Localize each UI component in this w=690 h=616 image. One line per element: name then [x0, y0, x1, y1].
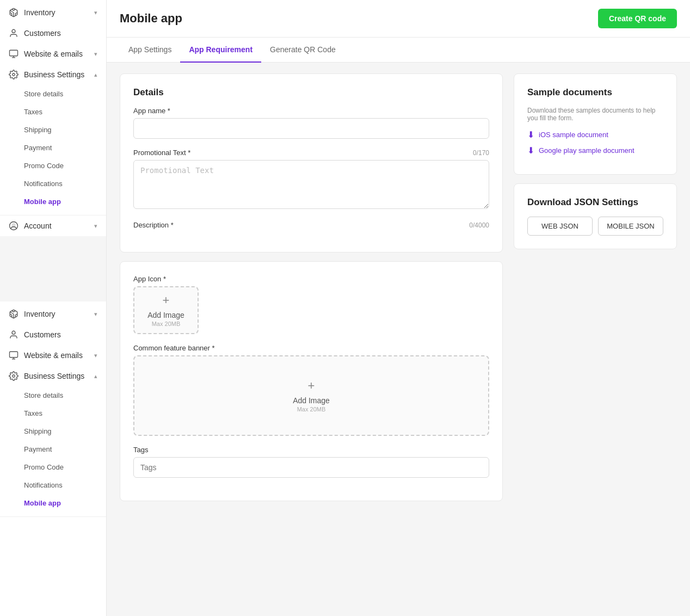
- sidebar-label-business-bot: Business Settings: [24, 372, 84, 380]
- svg-point-10: [12, 331, 15, 334]
- sidebar-item-promo-bot[interactable]: Promo Code: [0, 458, 106, 476]
- promo-text-input[interactable]: [133, 160, 489, 209]
- json-settings-title: Download JSON Settings: [527, 197, 663, 208]
- page-title: Mobile app: [120, 11, 182, 26]
- sidebar-item-notifications-top[interactable]: Notifications: [0, 175, 106, 193]
- sidebar-label-website-bot: Website & emails: [24, 351, 83, 360]
- sidebar-item-shipping-top[interactable]: Shipping: [0, 121, 106, 139]
- sidebar-item-website-bot[interactable]: Website & emails ▾: [0, 345, 106, 366]
- app-name-group: App name *: [133, 107, 489, 139]
- app-name-label: App name *: [133, 107, 170, 115]
- sidebar-label-inventory-top: Inventory: [24, 8, 56, 17]
- json-settings-card: Download JSON Settings WEB JSON MOBILE J…: [514, 183, 677, 249]
- sidebar-label-customers-top: Customers: [24, 29, 61, 38]
- sample-docs-title: Sample documents: [527, 87, 663, 98]
- download-icon-google: ⬇: [527, 145, 534, 156]
- app-name-input[interactable]: [133, 118, 489, 139]
- chevron-icon: ▾: [94, 9, 97, 16]
- details-title: Details: [133, 87, 489, 98]
- sidebar-item-account-top[interactable]: Account ▾: [0, 215, 106, 236]
- sidebar-item-payment-bot[interactable]: Payment: [0, 440, 106, 458]
- banner-max-size-label: Max 20MB: [297, 406, 326, 412]
- tab-app-requirement[interactable]: App Requirement: [180, 38, 261, 63]
- app-icon-group: App Icon * + Add Image Max 20MB: [133, 275, 489, 334]
- svg-point-14: [13, 375, 15, 378]
- sidebar-item-inventory-top[interactable]: Inventory ▾: [0, 2, 106, 23]
- banner-upload[interactable]: + Add Image Max 20MB: [133, 355, 489, 436]
- user-icon-bot: [9, 330, 19, 340]
- plus-icon: +: [163, 293, 170, 307]
- sidebar-item-business-bot[interactable]: Business Settings ▴: [0, 366, 106, 386]
- chevron-icon: ▴: [94, 71, 97, 78]
- description-group: Description * 0/4000: [133, 221, 489, 229]
- banner-add-image-label: Add Image: [293, 396, 330, 405]
- tags-group: Tags: [133, 446, 489, 478]
- banner-group: Common feature banner * + Add Image Max …: [133, 344, 489, 436]
- mobile-json-button[interactable]: MOBILE JSON: [598, 217, 663, 236]
- details-card: Details App name * Promotional Text * 0/…: [120, 73, 503, 252]
- promo-char-count: 0/170: [473, 149, 489, 157]
- tags-label: Tags: [133, 446, 148, 454]
- user-circle-icon: [9, 221, 19, 231]
- sidebar-item-shipping-bot[interactable]: Shipping: [0, 422, 106, 440]
- description-label: Description *: [133, 221, 174, 229]
- box-icon-bot: [9, 309, 19, 319]
- main-header: Mobile app Create QR code: [107, 0, 690, 38]
- app-icon-upload[interactable]: + Add Image Max 20MB: [133, 286, 199, 334]
- sidebar-item-store-top[interactable]: Store details: [0, 85, 106, 103]
- sidebar-item-website-top[interactable]: Website & emails ▾: [0, 44, 106, 64]
- chevron-icon: ▾: [94, 311, 97, 318]
- sidebar-label-customers-bot: Customers: [24, 330, 61, 339]
- chevron-icon: ▴: [94, 373, 97, 380]
- sidebar-label-website-top: Website & emails: [24, 50, 83, 58]
- svg-line-0: [10, 10, 14, 13]
- sidebar-item-customers-top[interactable]: Customers: [0, 23, 106, 44]
- google-doc-link[interactable]: ⬇ Google play sample document: [527, 145, 663, 156]
- json-buttons-group: WEB JSON MOBILE JSON: [527, 217, 663, 236]
- sidebar-item-inventory-bot[interactable]: Inventory ▾: [0, 304, 106, 324]
- plus-icon-banner: +: [308, 379, 315, 393]
- tags-input[interactable]: [133, 457, 489, 478]
- icon-banner-card: App Icon * + Add Image Max 20MB Common f…: [120, 261, 503, 501]
- svg-point-6: [13, 73, 15, 76]
- sidebar-item-mobile-top[interactable]: Mobile app: [0, 193, 106, 211]
- svg-rect-11: [10, 352, 18, 358]
- svg-point-2: [12, 29, 15, 33]
- sidebar-item-taxes-bot[interactable]: Taxes: [0, 404, 106, 422]
- tab-generate-qr[interactable]: Generate QR Code: [261, 38, 344, 63]
- tab-app-settings[interactable]: App Settings: [120, 38, 180, 63]
- chevron-icon: ▾: [94, 51, 97, 58]
- web-json-button[interactable]: WEB JSON: [527, 217, 593, 236]
- sidebar-label-account-top: Account: [24, 221, 52, 230]
- sample-docs-desc: Download these samples documents to help…: [527, 107, 663, 122]
- sidebar-item-mobile-bot[interactable]: Mobile app: [0, 494, 106, 512]
- description-char-count: 0/4000: [469, 221, 489, 229]
- promo-text-label: Promotional Text *: [133, 149, 190, 157]
- monitor-icon: [9, 49, 19, 59]
- box-icon: [9, 8, 19, 17]
- chevron-icon: ▾: [94, 352, 97, 359]
- sidebar-label-business-top: Business Settings: [24, 70, 84, 79]
- sidebar-item-payment-top[interactable]: Payment: [0, 139, 106, 157]
- max-size-label: Max 20MB: [152, 321, 181, 327]
- promo-text-group: Promotional Text * 0/170: [133, 149, 489, 211]
- ios-doc-link[interactable]: ⬇ iOS sample document: [527, 130, 663, 140]
- add-image-label: Add Image: [147, 311, 184, 319]
- sidebar-item-promo-top[interactable]: Promo Code: [0, 157, 106, 175]
- sample-docs-card: Sample documents Download these samples …: [514, 73, 677, 175]
- sidebar-item-customers-bot[interactable]: Customers: [0, 324, 106, 345]
- sidebar-item-store-bot[interactable]: Store details: [0, 386, 106, 404]
- sidebar-item-taxes-top[interactable]: Taxes: [0, 103, 106, 121]
- gear-icon: [9, 70, 19, 79]
- chevron-icon: ▾: [94, 223, 97, 230]
- banner-label: Common feature banner *: [133, 344, 215, 352]
- create-qr-button[interactable]: Create QR code: [598, 9, 677, 28]
- download-icon-ios: ⬇: [527, 130, 534, 140]
- sidebar-label-inventory-bot: Inventory: [24, 310, 56, 318]
- sidebar-item-notifications-bot[interactable]: Notifications: [0, 476, 106, 494]
- sidebar-item-business-top[interactable]: Business Settings ▴: [0, 64, 106, 85]
- svg-line-8: [10, 312, 14, 314]
- tabs-bar: App Settings App Requirement Generate QR…: [107, 38, 690, 63]
- gear-icon-bot: [9, 371, 19, 381]
- monitor-icon-bot: [9, 350, 19, 360]
